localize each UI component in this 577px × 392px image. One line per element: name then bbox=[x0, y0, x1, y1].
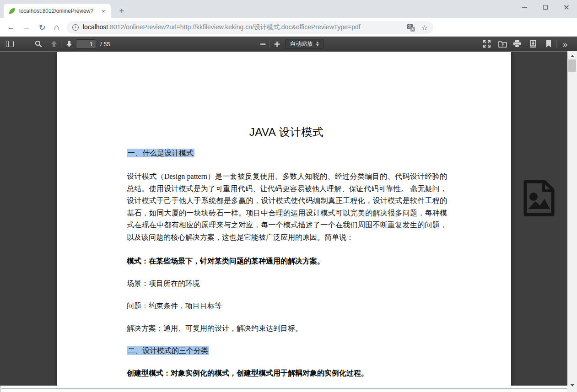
home-button[interactable]: ⌂ bbox=[51, 22, 62, 33]
zoom-level-label: 自动缩放 bbox=[290, 40, 313, 48]
fullscreen-icon bbox=[483, 40, 491, 48]
print-button[interactable] bbox=[511, 38, 523, 49]
url-path: :8012/onlinePreview?url=http://kkfilevie… bbox=[108, 23, 360, 31]
find-button[interactable] bbox=[32, 38, 44, 49]
forward-button[interactable]: → bbox=[21, 22, 32, 33]
spring-leaf-favicon bbox=[8, 7, 16, 15]
tab-strip: localhost:8012/onlinePreview? × + bbox=[0, 0, 577, 18]
open-file-button[interactable] bbox=[496, 38, 508, 49]
bookmark-icon bbox=[546, 40, 551, 48]
address-bar[interactable]: i localhost:8012/onlinePreview?url=http:… bbox=[67, 21, 433, 34]
double-chevron-right-icon: » bbox=[563, 40, 568, 48]
translate-sub-char: A bbox=[410, 27, 415, 32]
solution-line: 解决方案：通用、可复用的设计，解决约束达到目标。 bbox=[127, 323, 446, 333]
page-number-input[interactable] bbox=[76, 39, 96, 48]
sidebar-icon bbox=[6, 41, 14, 47]
browser-tab[interactable]: localhost:8012/onlinePreview? × bbox=[4, 4, 111, 18]
document-content: JAVA 设计模式 一、什么是设计模式 设计模式（Design pattern）… bbox=[57, 52, 511, 378]
horizontal-rule bbox=[1, 388, 567, 389]
tab-close-icon[interactable]: × bbox=[100, 7, 107, 15]
next-page-button[interactable] bbox=[63, 38, 75, 49]
download-button[interactable] bbox=[527, 38, 539, 49]
scene-line: 场景：项目所在的环境 bbox=[127, 279, 446, 289]
creational-pattern-line: 创建型模式：对象实例化的模式，创建型模式用于解耦对象的实例化过程。 bbox=[127, 368, 446, 378]
pdf-page: JAVA 设计模式 一、什么是设计模式 设计模式（Design pattern）… bbox=[57, 52, 511, 386]
close-button[interactable] bbox=[556, 0, 577, 15]
page-bottom-strip bbox=[0, 386, 567, 392]
sidebar-toggle-button[interactable] bbox=[4, 38, 16, 49]
minimize-button[interactable] bbox=[514, 0, 535, 15]
search-icon bbox=[35, 40, 42, 48]
problem-line: 问题：约束条件，项目目标等 bbox=[127, 301, 446, 311]
pdf-viewer-area: JAVA 设计模式 一、什么是设计模式 设计模式（Design pattern）… bbox=[0, 51, 577, 386]
page-info-icon[interactable]: i bbox=[72, 24, 79, 31]
intro-paragraph: 设计模式（Design pattern）是一套被反复使用、多数人知晓的、经过分类… bbox=[127, 171, 447, 244]
broken-image-placeholder-icon bbox=[522, 180, 556, 216]
url-text: localhost:8012/onlinePreview?url=http://… bbox=[83, 23, 404, 32]
previous-page-button[interactable] bbox=[48, 38, 60, 49]
maximize-button[interactable] bbox=[535, 0, 556, 15]
plus-icon bbox=[274, 41, 280, 47]
dropdown-spinner-icon bbox=[316, 42, 319, 46]
toolbar-divider bbox=[556, 40, 557, 48]
scroll-up-arrow[interactable] bbox=[567, 53, 577, 59]
url-host: localhost bbox=[83, 23, 108, 31]
arrow-down-icon bbox=[65, 40, 73, 48]
reload-button[interactable]: ↻ bbox=[37, 22, 48, 33]
scrollbar-thumb[interactable] bbox=[568, 59, 576, 72]
vertical-scrollbar[interactable] bbox=[567, 51, 577, 392]
minimize-icon bbox=[522, 7, 527, 8]
back-button[interactable]: ← bbox=[5, 22, 16, 33]
toolbar-divider bbox=[61, 40, 61, 48]
tab-title: localhost:8012/onlinePreview? bbox=[19, 8, 100, 14]
document-title: JAVA 设计模式 bbox=[127, 125, 446, 140]
section-heading-1: 一、什么是设计模式 bbox=[127, 148, 446, 158]
printer-icon bbox=[513, 40, 521, 48]
translate-page-icon[interactable]: 文 A bbox=[407, 24, 415, 32]
new-tab-button[interactable]: + bbox=[115, 5, 128, 17]
browser-window: localhost:8012/onlinePreview? × + ← → ↻ … bbox=[0, 0, 577, 392]
close-icon bbox=[564, 5, 569, 10]
pattern-definition-line: 模式：在某些场景下，针对某类问题的某种通用的解决方案。 bbox=[127, 256, 446, 266]
bookmark-view-button[interactable] bbox=[543, 38, 555, 49]
open-folder-icon bbox=[498, 40, 507, 48]
zoom-in-button[interactable] bbox=[271, 38, 283, 49]
download-icon bbox=[529, 40, 537, 48]
zoom-level-dropdown[interactable]: 自动缩放 bbox=[285, 39, 324, 49]
zoom-out-button[interactable] bbox=[257, 38, 269, 49]
browser-toolbar: ← → ↻ ⌂ i localhost:8012/onlinePreview?u… bbox=[0, 18, 577, 37]
highlighted-heading: 一、什么是设计模式 bbox=[127, 149, 194, 157]
bookmark-star-icon[interactable]: ☆ bbox=[421, 23, 428, 32]
maximize-icon bbox=[543, 5, 548, 10]
arrow-up-icon bbox=[50, 40, 58, 48]
presentation-mode-button[interactable] bbox=[481, 38, 493, 49]
page-count-label: / 55 bbox=[100, 41, 110, 48]
section-heading-2: 二、设计模式的三个分类 bbox=[127, 346, 446, 356]
toolbar-more-tools-button[interactable]: » bbox=[559, 38, 571, 49]
scroll-down-arrow[interactable] bbox=[567, 382, 577, 388]
minus-icon bbox=[260, 41, 266, 47]
window-controls bbox=[514, 0, 577, 15]
toolbar-divider bbox=[269, 40, 270, 48]
highlighted-heading: 二、设计模式的三个分类 bbox=[127, 346, 209, 355]
pdf-toolbar: / 55 自动缩放 bbox=[0, 37, 577, 51]
